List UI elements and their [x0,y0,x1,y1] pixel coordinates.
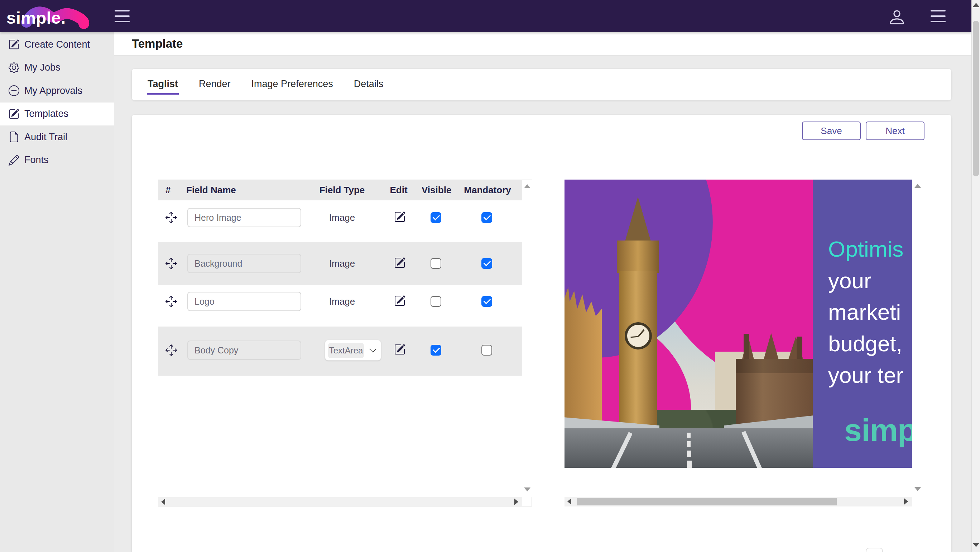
field-name-input[interactable] [187,254,301,273]
sidebar-item-create-content[interactable]: Create Content [0,33,114,56]
app-logo[interactable]: simple. [4,2,94,31]
page-scrollbar[interactable] [971,0,980,552]
edit-square-icon [9,108,19,120]
template-preview-image: Optimis your marketi budget, your ter si… [565,180,912,468]
mandatory-checkbox[interactable] [481,212,492,223]
sidebar-item-fonts[interactable]: Fonts [0,149,114,172]
logo-text: simple. [6,8,65,27]
sidebar: Create Content My Jobs My Approvals Temp… [0,32,114,552]
sidebar-item-label: My Jobs [24,62,60,73]
scroll-right-arrow[interactable] [904,498,908,505]
edit-field-button[interactable] [394,211,406,223]
sidebar-item-my-jobs[interactable]: My Jobs [0,56,114,80]
headline-line: your [828,265,872,297]
field-type-select[interactable]: TextArea [325,340,381,361]
page-scrollbar-thumb[interactable] [973,21,979,176]
tab-details[interactable]: Details [353,75,384,95]
drag-handle-icon[interactable] [165,212,177,223]
headline-accent-line: Optimis [828,233,904,265]
table-row: Image [158,242,522,285]
scroll-up-arrow[interactable] [524,184,530,188]
template-preview-panel: Optimis your marketi budget, your ter si… [565,180,924,506]
sidebar-item-label: Fonts [24,155,49,166]
page-title: Template [132,37,183,51]
table-header-row: # Field Name Field Type Edit Visible Man… [158,180,522,200]
sidebar-item-label: My Approvals [24,85,83,96]
field-name-input[interactable] [187,292,301,311]
minus-circle-icon [9,85,19,96]
visible-checkbox[interactable] [431,296,441,307]
edit-square-icon [9,39,19,50]
scroll-down-arrow[interactable] [915,487,921,491]
app-menu-icon[interactable] [931,10,946,22]
sidebar-item-label: Templates [24,108,68,120]
preview-vertical-scrollbar[interactable] [913,180,923,497]
tab-render[interactable]: Render [198,75,231,95]
taglist-table: # Field Name Field Type Edit Visible Man… [158,180,532,506]
scroll-down-arrow[interactable] [972,543,980,547]
big-ben-clock [625,322,652,349]
pencil-icon [9,155,19,166]
gear-icon [9,62,19,73]
visible-checkbox[interactable] [431,258,441,269]
mandatory-checkbox[interactable] [481,296,492,307]
scroll-left-arrow[interactable] [161,499,165,505]
user-account-icon[interactable] [888,8,906,27]
scroll-up-arrow[interactable] [915,184,921,188]
headline-line: your ter [828,359,904,391]
app-window: simple. Create Content My Jobs My Approv… [0,0,980,552]
table-vertical-scrollbar[interactable] [522,180,532,497]
save-button[interactable]: Save [802,121,861,140]
edit-field-button[interactable] [394,344,406,356]
scroll-up-arrow[interactable] [972,3,980,7]
road-dash [687,441,690,447]
preview-brand-logo: simp [844,412,912,448]
sidebar-item-audit-trail[interactable]: Audit Trail [0,126,114,149]
file-icon [9,132,19,142]
partial-cutoff-element [866,548,883,552]
field-name-input[interactable] [187,340,301,360]
big-ben-belfry [617,241,659,273]
table-horizontal-scrollbar[interactable] [158,497,522,507]
road-dash [687,461,692,468]
field-name-input[interactable] [187,208,301,227]
preview-text-panel: Optimis your marketi budget, your ter si… [813,180,912,468]
tab-strip: Taglist Render Image Preferences Details [147,69,403,101]
chevron-down-icon [369,346,377,355]
mandatory-checkbox[interactable] [481,258,492,269]
column-header-field-type: Field Type [313,185,371,196]
sidebar-item-templates[interactable]: Templates [0,102,114,126]
column-header-hash: # [165,185,170,196]
sidebar-item-label: Audit Trail [24,132,67,143]
field-type-label: Image [313,258,371,269]
sidebar-item-label: Create Content [24,39,90,50]
tab-image-preferences[interactable]: Image Preferences [251,75,334,95]
sidebar-item-my-approvals[interactable]: My Approvals [0,79,114,102]
sidebar-menu-icon[interactable] [115,10,130,22]
chimney [744,334,749,361]
headline-line: budget, [828,328,902,359]
next-button[interactable]: Next [866,121,924,140]
edit-field-button[interactable] [394,257,406,269]
visible-checkbox[interactable] [431,345,441,356]
column-header-field-name: Field Name [186,185,236,196]
tab-taglist[interactable]: Taglist [147,75,179,95]
headline-line: marketi [828,297,901,328]
top-bar: simple. [0,0,971,32]
scroll-right-arrow[interactable] [514,499,518,505]
column-header-edit: Edit [388,185,409,196]
drag-handle-icon[interactable] [165,296,177,307]
drag-handle-icon[interactable] [165,258,177,269]
edit-field-button[interactable] [394,295,406,307]
road-dash [687,432,690,438]
preview-scrollbar-thumb[interactable] [577,498,837,506]
scroll-down-arrow[interactable] [524,488,530,491]
preview-horizontal-scrollbar[interactable] [565,497,912,506]
drag-handle-icon[interactable] [165,345,177,356]
scroll-left-arrow[interactable] [567,498,571,505]
table-row: TextArea [158,327,522,376]
visible-checkbox[interactable] [431,212,441,223]
table-row: Image [158,285,522,327]
column-header-visible: Visible [422,185,450,196]
mandatory-checkbox[interactable] [481,345,492,356]
